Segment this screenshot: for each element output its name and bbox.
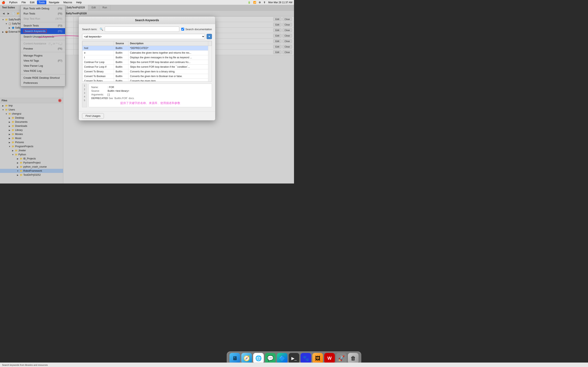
wifi-icon: 📶 xyxy=(253,1,256,4)
table-row[interactable]: Convert To Binary BuiltIn Converts the g… xyxy=(82,69,212,74)
table-row[interactable]: t BuiltIn Displays the given messages in… xyxy=(82,55,212,60)
table-cell-desc: Displays the given messages in the log f… xyxy=(128,55,208,60)
modal-detail-section: Name: : FOR Source: BuiltIn <test librar… xyxy=(89,83,212,107)
row-num-5: 5 xyxy=(82,99,87,102)
table-cell-keyword: t xyxy=(82,55,114,60)
menu-python[interactable]: Python xyxy=(8,0,19,4)
table-cell-desc: *DEPRECATED* xyxy=(128,46,208,50)
table-cell-desc: Converts the given item to Boolean true … xyxy=(128,74,208,79)
modal-search-row: Search term: 🔍 Search documentation xyxy=(82,26,212,32)
siri-icon: 🎙 xyxy=(263,1,266,4)
search-doc-label: Search documentation xyxy=(185,28,212,31)
table-row[interactable]: Continue For Loop BuiltIn Skips the curr… xyxy=(82,60,212,65)
table-cell-source: BuiltIn xyxy=(114,50,128,55)
table-cell-keyword: e xyxy=(82,50,114,55)
table-row[interactable]: hod BuiltIn *DEPRECATED* xyxy=(82,46,212,50)
table-row[interactable]: Convert To Boolean BuiltIn Converts the … xyxy=(82,74,212,79)
col-source: Source xyxy=(114,41,128,46)
detail-source-label: Source: xyxy=(91,90,108,92)
table-cell-source: BuiltIn xyxy=(114,65,128,69)
deprecated-text: DEPRECATED See `BuiltIn.FOR` docs. xyxy=(91,97,209,100)
menu-tools[interactable]: Tools xyxy=(37,0,46,4)
modal-overlay: Search Keywords Search term: 🔍 Search do… xyxy=(0,0,294,184)
clock: Mon Mar 28 11:37 AM xyxy=(268,1,292,4)
detail-with-numbers: 1 2 3 4 5 Name: : FOR Source: BuiltIn <t… xyxy=(82,83,212,107)
filter-dropdown-btn[interactable]: ▼ xyxy=(207,34,212,39)
menu-navigate[interactable]: Navigate xyxy=(47,0,61,4)
menu-macros[interactable]: Macros xyxy=(62,0,74,4)
detail-args-value: [ ] xyxy=(108,93,110,96)
search-term-input[interactable] xyxy=(105,26,179,32)
row-numbers: 1 2 3 4 5 xyxy=(82,83,87,107)
detail-args-label: Arguments: xyxy=(91,93,108,96)
col-scroll xyxy=(208,41,212,46)
menu-file[interactable]: File xyxy=(20,0,27,4)
modal-results-table: Source Description hod BuiltIn *DEPRECAT… xyxy=(82,41,212,82)
search-keywords-modal: Search Keywords Search term: 🔍 Search do… xyxy=(79,16,215,120)
find-usages-btn[interactable]: Find Usages xyxy=(82,113,104,119)
table-cell-keyword: Convert To Boolean xyxy=(82,74,114,79)
table-cell-source: BuiltIn xyxy=(114,46,128,50)
menubar-right: 🔋 📶 ⚙ 🎙 Mon Mar 28 11:37 AM xyxy=(248,1,292,4)
modal-footer: Find Usages xyxy=(79,111,215,120)
detail-source-value: BuiltIn <test library> xyxy=(108,90,129,92)
search-term-label: Search term: xyxy=(82,28,97,31)
menu-help[interactable]: Help xyxy=(75,0,83,4)
col-keyword xyxy=(82,41,114,46)
table-cell-source: BuiltIn xyxy=(114,79,128,82)
search-icon: 🔍 xyxy=(100,27,103,31)
table-cell-desc: Converts the given item to a binary stri… xyxy=(128,69,208,74)
modal-filter-row: <all keywords> ▼ xyxy=(82,34,212,39)
filter-select[interactable]: <all keywords> xyxy=(82,34,205,39)
search-doc-checkbox[interactable] xyxy=(181,28,184,31)
table-row[interactable]: Convert To Bytes BuiltIn Converts the gi… xyxy=(82,79,212,82)
detail-args-row: Arguments: [ ] xyxy=(91,93,209,96)
menubar: 🍎 Python File Edit Tools Navigate Macros… xyxy=(0,0,294,5)
detail-name-row: Name: : FOR xyxy=(91,86,209,89)
apple-menu[interactable]: 🍎 xyxy=(2,1,5,4)
table-cell-keyword: Convert To Binary xyxy=(82,69,114,74)
detail-name-label: Name: xyxy=(91,86,108,89)
menu-edit[interactable]: Edit xyxy=(28,0,36,4)
row-num-1: 1 xyxy=(82,84,87,87)
table-cell-desc: Skips the current FOR loop iteration and… xyxy=(128,60,208,65)
col-description: Description xyxy=(128,41,208,46)
table-cell-keyword: Continue For Loop xyxy=(82,60,114,65)
table-cell-keyword: Continue For Loop If xyxy=(82,65,114,69)
table-cell-keyword: hod xyxy=(82,46,114,50)
table-cell-keyword: Convert To Bytes xyxy=(82,79,114,82)
table-header-row: Source Description xyxy=(82,41,212,46)
modal-results-scroll[interactable]: Source Description hod BuiltIn *DEPRECAT… xyxy=(82,41,212,82)
modal-title: Search Keywords xyxy=(79,17,215,24)
row-num-3: 3 xyxy=(82,91,87,95)
detail-name-value: : FOR xyxy=(108,86,114,89)
table-row[interactable]: e BuiltIn Catenates the given items toge… xyxy=(82,50,212,55)
chinese-description: 提供了关键字的名称、来源库、使用描述和参数 xyxy=(91,101,209,105)
modal-checkbox-row: Search documentation xyxy=(181,28,212,31)
table-cell-desc: Catenates the given items together and r… xyxy=(128,50,208,55)
table-cell-desc: Skips the current FOR loop iteration if … xyxy=(128,65,208,69)
table-cell-desc: Converts the given item... xyxy=(128,79,208,82)
row-num-4: 4 xyxy=(82,95,87,99)
battery-icon: 🔋 xyxy=(248,1,251,4)
row-num-2: 2 xyxy=(82,87,87,91)
menubar-left: 🍎 Python File Edit Tools Navigate Macros… xyxy=(2,0,83,4)
modal-body: Search term: 🔍 Search documentation <all… xyxy=(79,24,215,111)
table-cell-source: BuiltIn xyxy=(114,74,128,79)
detail-source-row: Source: BuiltIn <test library> xyxy=(91,90,209,92)
table-cell-source: BuiltIn xyxy=(114,69,128,74)
control-center-icon: ⚙ xyxy=(259,1,261,4)
table-row[interactable]: Continue For Loop If BuiltIn Skips the c… xyxy=(82,65,212,69)
table-cell-source: BuiltIn xyxy=(114,55,128,60)
table-cell-source: BuiltIn xyxy=(114,60,128,65)
